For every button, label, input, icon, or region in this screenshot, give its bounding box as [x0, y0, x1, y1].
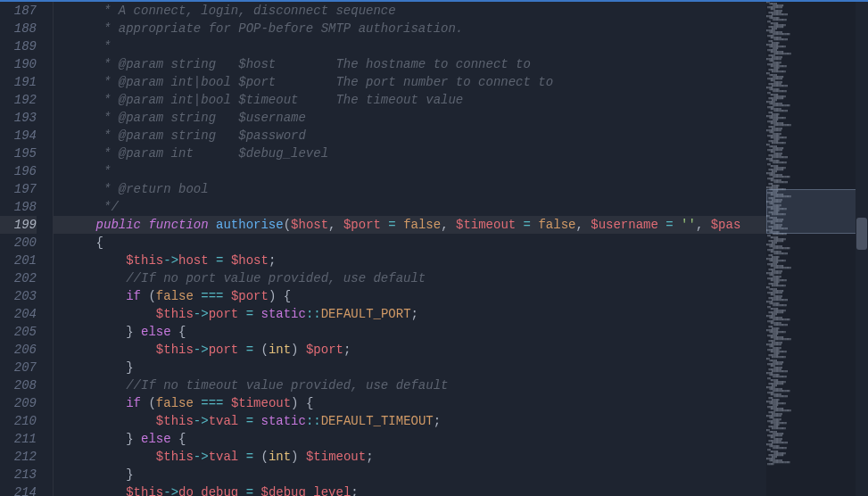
code-line[interactable]: * @param int $debug_level — [54, 145, 766, 162]
minimap[interactable]: ███ ███████ ██████████ ██████████████ ██… — [766, 2, 868, 496]
token: if — [126, 289, 141, 303]
token — [223, 396, 230, 410]
line-number-gutter[interactable]: 1871881891901911921931941951961971981992… — [0, 2, 54, 496]
vertical-scrollbar[interactable] — [856, 2, 868, 496]
token: else — [141, 325, 171, 339]
token: * — [66, 39, 111, 54]
line-number: 199 — [0, 216, 37, 234]
token: $username — [591, 218, 658, 232]
token: do_debug — [178, 485, 238, 496]
code-line[interactable]: * @param string $username — [54, 109, 766, 127]
token: int — [269, 343, 291, 357]
code-line[interactable]: * — [54, 162, 766, 180]
token: tval — [209, 450, 239, 464]
code-line[interactable]: //If no port value provided, use default — [54, 269, 766, 287]
token: :: — [306, 414, 321, 428]
token: $timeout — [306, 450, 366, 464]
token: ) — [291, 450, 306, 464]
code-line[interactable]: } else { — [54, 323, 766, 341]
code-line[interactable]: } — [54, 466, 766, 484]
token: $debug_level — [260, 485, 351, 496]
code-line[interactable]: //If no timeout value provided, use defa… — [54, 376, 766, 394]
code-line[interactable]: $this->tval = static::DEFAULT_TIMEOUT; — [54, 412, 766, 430]
token — [674, 218, 681, 232]
line-number: 194 — [0, 127, 37, 145]
code-line[interactable]: } else { — [54, 430, 766, 448]
code-line[interactable]: * — [54, 37, 766, 55]
token: ( — [253, 450, 269, 464]
line-number: 202 — [0, 269, 37, 287]
token: } — [66, 467, 134, 482]
scrollbar-thumb[interactable] — [856, 218, 867, 250]
code-line[interactable]: * @return bool — [54, 180, 766, 198]
token: $this — [156, 414, 194, 428]
line-number: 191 — [0, 73, 37, 91]
line-number: 188 — [0, 20, 37, 37]
token: = — [246, 343, 253, 357]
token — [66, 218, 96, 232]
token: //If no timeout value provided, use defa… — [66, 378, 448, 393]
minimap-viewport[interactable] — [766, 189, 868, 234]
token: port — [209, 307, 239, 321]
token: false — [156, 396, 194, 410]
line-number: 214 — [0, 484, 37, 496]
token — [66, 307, 156, 321]
token — [209, 253, 216, 268]
token: , — [696, 218, 711, 232]
token: -> — [194, 343, 209, 357]
token: ) { — [291, 396, 313, 410]
token — [238, 307, 245, 321]
line-number: 197 — [0, 180, 37, 198]
code-line[interactable]: */ — [54, 198, 766, 216]
token: host — [178, 253, 209, 268]
code-line[interactable]: * appropriate for POP-before SMTP author… — [54, 20, 766, 37]
line-number: 208 — [0, 376, 37, 394]
code-line[interactable]: $this->tval = (int) $timeout; — [54, 448, 766, 466]
token: function — [148, 218, 208, 232]
token: * A connect, login, disconnect sequence — [66, 4, 396, 18]
code-line[interactable]: $this->port = static::DEFAULT_PORT; — [54, 305, 766, 323]
code-line[interactable]: if (false === $port) { — [54, 287, 766, 305]
line-number: 193 — [0, 109, 37, 127]
code-line[interactable]: $this->port = (int) $port; — [54, 341, 766, 359]
token: tval — [209, 414, 239, 428]
token — [66, 414, 156, 428]
token: = — [246, 450, 253, 464]
token: $this — [126, 253, 163, 268]
token: * @param int $debug_level — [66, 146, 328, 161]
token: ( — [253, 343, 269, 357]
code-line[interactable]: * @param string $host The hostname to co… — [54, 55, 766, 73]
code-line[interactable]: $this->do_debug = $debug_level; — [54, 484, 766, 496]
token: = — [246, 414, 253, 428]
token — [238, 485, 245, 496]
token: ( — [284, 218, 291, 232]
code-line[interactable]: public function authorise($host, $port =… — [54, 216, 766, 234]
line-number: 196 — [0, 162, 37, 180]
line-number: 201 — [0, 252, 37, 269]
code-line[interactable]: } — [54, 359, 766, 376]
code-line[interactable]: * @param int|bool $timeout The timeout v… — [54, 91, 766, 109]
code-editor[interactable]: 1871881891901911921931941951961971981992… — [0, 0, 868, 496]
token: , — [328, 218, 343, 232]
token — [194, 396, 201, 410]
token — [223, 289, 230, 303]
code-line[interactable]: * @param string $password — [54, 127, 766, 145]
token — [66, 396, 126, 410]
code-line[interactable]: { — [54, 234, 766, 252]
token: $host — [291, 218, 328, 232]
token: * @return bool — [66, 182, 209, 196]
token: public — [96, 218, 141, 232]
token: * @param string $username — [66, 111, 306, 125]
token: ; — [343, 343, 351, 357]
token: } — [66, 432, 141, 446]
line-number: 190 — [0, 55, 37, 73]
code-area[interactable]: * A connect, login, disconnect sequence … — [54, 2, 766, 496]
code-line[interactable]: if (false === $timeout) { — [54, 394, 766, 412]
token: port — [209, 343, 239, 357]
token: = — [524, 218, 531, 232]
token: authorise — [216, 218, 284, 232]
line-number: 192 — [0, 91, 37, 109]
code-line[interactable]: * @param int|bool $port The port number … — [54, 73, 766, 91]
code-line[interactable]: $this->host = $host; — [54, 252, 766, 269]
code-line[interactable]: * A connect, login, disconnect sequence — [54, 2, 766, 20]
